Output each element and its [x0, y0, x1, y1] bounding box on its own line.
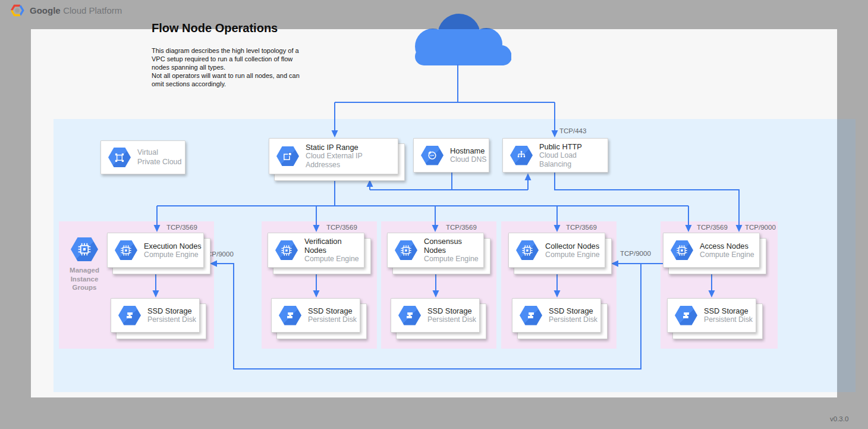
card-title: Hostname: [450, 146, 487, 155]
card-title: SSD Storage: [147, 306, 196, 315]
compute-engine-icon: [395, 240, 417, 260]
card-title: Execution Nodes: [144, 242, 202, 250]
port-label-tcp3569-consensus: TCP/3569: [446, 224, 477, 231]
port-label-tcp3569-execution: TCP/3569: [166, 224, 197, 231]
vpc-icon: [108, 148, 131, 167]
card-execution-nodes: Execution Nodes Compute Engine: [107, 233, 204, 268]
card-subtitle: Cloud External IP Addresses: [306, 152, 398, 170]
logo-text-bold: Google: [30, 5, 61, 15]
card-static-ip-range: Static IP Range Cloud External IP Addres…: [269, 138, 398, 174]
persistent-disk-icon: [520, 306, 542, 325]
port-label-tcp443: TCP/443: [559, 127, 586, 134]
card-title: Access Nodes: [700, 242, 754, 250]
card-title: SSD Storage: [704, 306, 753, 315]
external-ip-icon: [276, 146, 299, 166]
page-description: This diagram describes the high level to…: [152, 47, 319, 89]
persistent-disk-icon: [398, 306, 421, 325]
card-hostname: Hostname Cloud DNS: [413, 138, 489, 173]
card-title: SSD Storage: [549, 306, 597, 315]
card-subtitle: Compute Engine: [304, 255, 364, 264]
compute-engine-icon: [671, 240, 693, 260]
card-title: Verification Nodes: [304, 237, 364, 255]
card-subtitle: Cloud DNS: [450, 155, 487, 164]
dns-icon: [421, 146, 444, 165]
card-verification-nodes: Verification Nodes Compute Engine: [268, 233, 364, 268]
card-title: Consensus Nodes: [424, 237, 483, 255]
vpc-zone-overhang: [837, 119, 856, 392]
managed-instance-groups-label: Managed Instance Groups: [61, 266, 108, 292]
card-virtual-private-cloud: Virtual Private Cloud: [100, 140, 185, 174]
persistent-disk-icon: [118, 306, 141, 325]
internet-cloud-icon: [404, 7, 511, 67]
card-subtitle: Persistent Disk: [308, 315, 357, 324]
port-label-tcp9000-collector: TCP/9000: [620, 250, 651, 257]
compute-engine-icon: [115, 240, 137, 260]
card-title: Public HTTP: [539, 142, 608, 151]
gcp-hexagon-logo-icon: [10, 4, 24, 17]
card-subtitle: Compute Engine: [545, 250, 600, 259]
card-subtitle: Cloud Load Balancing: [539, 151, 608, 169]
port-label-tcp3569-verification: TCP/3569: [326, 224, 357, 231]
card-title: Collector Nodes: [545, 242, 600, 250]
port-label-tcp9000-access-top: TCP/9000: [745, 224, 776, 231]
diagram-stage: Google Cloud Platform Flow Node Operatio…: [0, 0, 868, 429]
vpc-card-label: Virtual Private Cloud: [137, 148, 181, 167]
load-balancer-icon: [510, 146, 533, 165]
card-subtitle: Persistent Disk: [427, 315, 476, 324]
card-consensus-nodes: Consensus Nodes Compute Engine: [387, 233, 484, 268]
card-subtitle: Persistent Disk: [147, 315, 196, 324]
card-ssd-access: SSD Storage Persistent Disk: [667, 298, 756, 333]
card-ssd-consensus: SSD Storage Persistent Disk: [391, 298, 480, 333]
card-subtitle: Persistent Disk: [549, 315, 597, 324]
card-subtitle: Compute Engine: [700, 250, 754, 259]
compute-engine-icon: [275, 240, 298, 260]
page-title: Flow Node Operations: [152, 21, 278, 35]
card-ssd-execution: SSD Storage Persistent Disk: [111, 298, 200, 333]
port-label-tcp3569-access: TCP/3569: [697, 224, 728, 231]
card-subtitle: Persistent Disk: [704, 315, 753, 324]
compute-engine-icon: [516, 240, 539, 260]
card-ssd-collector: SSD Storage Persistent Disk: [512, 298, 601, 333]
card-subtitle: Compute Engine: [424, 255, 483, 264]
card-collector-nodes: Collector Nodes Compute Engine: [508, 233, 605, 268]
gcp-logo: Google Cloud Platform: [10, 4, 122, 17]
persistent-disk-icon: [675, 306, 697, 325]
port-label-tcp3569-collector: TCP/3569: [566, 224, 597, 231]
version-label: v0.3.0: [830, 415, 848, 422]
card-title: SSD Storage: [427, 306, 476, 315]
card-title: SSD Storage: [308, 306, 357, 315]
card-title: Static IP Range: [306, 143, 398, 152]
card-subtitle: Compute Engine: [144, 250, 202, 259]
card-public-http: Public HTTP Cloud Load Balancing: [502, 138, 608, 173]
card-access-nodes: Access Nodes Compute Engine: [663, 233, 760, 268]
logo-text-light: Cloud Platform: [63, 5, 122, 15]
persistent-disk-icon: [279, 306, 301, 325]
card-ssd-verification: SSD Storage Persistent Disk: [271, 298, 360, 333]
